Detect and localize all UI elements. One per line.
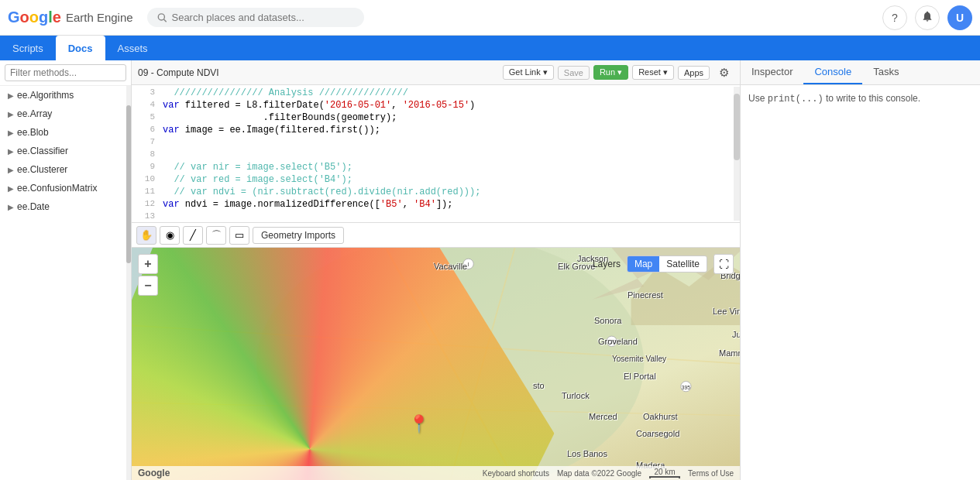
code-line: 4var filtered = L8.filterDate('2016-05-0… xyxy=(132,99,734,111)
svg-text:I: I xyxy=(468,262,469,267)
code-line: 11 // var ndvi = (nir.subtract(red).divi… xyxy=(132,186,734,198)
svg-line-1 xyxy=(163,19,166,22)
label-yosemite: Yosemite Valley xyxy=(612,355,666,363)
label-mammothlakes: Mammoth Lakes xyxy=(719,348,740,358)
header-actions: ? U xyxy=(882,5,972,30)
right-panel-tabs: Inspector Console Tasks xyxy=(741,60,980,85)
code-line: 13 xyxy=(132,211,734,221)
sidebar-filter-area xyxy=(0,60,131,86)
main-tab-bar: Scripts Docs Assets xyxy=(0,36,980,60)
help-button[interactable]: ? xyxy=(882,5,907,30)
tab-assets[interactable]: Assets xyxy=(105,36,160,60)
code-editor-content[interactable]: 3 //////////////// Analysis ////////////… xyxy=(132,85,740,222)
label-sonora: Sonora xyxy=(594,316,621,325)
label-losbanos: Los Banos xyxy=(567,449,607,458)
tab-scripts[interactable]: Scripts xyxy=(0,36,56,60)
zoom-in-button[interactable]: + xyxy=(138,254,158,274)
code-line: 6var image = ee.Image(filtered.first()); xyxy=(132,124,734,136)
center-column: 09 - Compute NDVI Get Link ▾ Save Run ▾ … xyxy=(132,60,740,480)
earth-engine-label: Earth Engine xyxy=(66,11,133,24)
sidebar-item-algorithms[interactable]: ▶ ee.Algorithms xyxy=(0,86,131,105)
sidebar: ▶ ee.Algorithms ▶ ee.Array ▶ ee.Blob ▶ e… xyxy=(0,60,132,480)
code-line: 9 // var nir = image.select('B5'); xyxy=(132,161,734,173)
sidebar-item-clusterer[interactable]: ▶ ee.Clusterer xyxy=(0,160,131,179)
label-merced: Merced xyxy=(589,412,617,421)
label-elportal: El Portal xyxy=(624,372,656,381)
code-line: 7 xyxy=(132,136,734,149)
fullscreen-button[interactable]: ⛶ xyxy=(714,254,734,274)
header: Google Earth Engine ? U xyxy=(0,0,980,36)
map-type-controls: Layers Map Satellite ⛶ xyxy=(593,254,734,274)
sidebar-vscrollbar-thumb xyxy=(126,105,131,263)
editor-title: 09 - Compute NDVI xyxy=(138,67,499,78)
search-icon xyxy=(156,12,167,23)
polyline-tool-button[interactable]: ⌒ xyxy=(206,226,226,245)
map-terrain-svg: I 395 120 xyxy=(132,248,740,480)
sidebar-item-confusionmatrix[interactable]: ▶ ee.ConfusionMatrix xyxy=(0,179,131,197)
code-line: 8 xyxy=(132,149,734,161)
notifications-button[interactable] xyxy=(915,5,940,30)
label-junelake: June Lake xyxy=(732,330,740,339)
svg-text:395: 395 xyxy=(682,385,690,390)
code-line: 10 // var red = image.select('B4'); xyxy=(132,173,734,186)
filter-methods-input[interactable] xyxy=(5,64,126,81)
bell-icon xyxy=(921,10,934,22)
user-avatar[interactable]: U xyxy=(947,5,972,30)
map-section: ✋ ◉ ╱ ⌒ ▭ Geometry Imports xyxy=(132,223,740,480)
label-groveland: Groveland xyxy=(598,337,638,346)
search-bar xyxy=(147,8,364,27)
editor-toolbar: 09 - Compute NDVI Get Link ▾ Save Run ▾ … xyxy=(132,60,740,85)
reset-button[interactable]: Reset ▾ xyxy=(632,65,674,80)
code-line: 5 .filterBounds(geometry); xyxy=(132,111,734,124)
map-canvas[interactable]: I 395 120 📍 Vacaville Elk Grove Jackson xyxy=(132,248,740,480)
sidebar-item-blob[interactable]: ▶ ee.Blob xyxy=(0,123,131,142)
search-input[interactable] xyxy=(171,12,354,23)
code-line: 3 //////////////// Analysis ////////////… xyxy=(132,87,734,99)
editor-vscrollbar[interactable] xyxy=(734,87,740,221)
right-panel: Inspector Console Tasks Use print(...) t… xyxy=(740,60,980,480)
hand-tool-button[interactable]: ✋ xyxy=(136,226,156,245)
zoom-out-button[interactable]: − xyxy=(138,276,158,296)
save-button[interactable]: Save xyxy=(558,66,590,80)
polygon-tool-button[interactable]: ▭ xyxy=(229,226,249,245)
label-sto: sto xyxy=(533,381,545,390)
label-leevining: Lee Vining xyxy=(713,307,740,316)
keyboard-shortcuts-link[interactable]: Keyboard shortcuts xyxy=(483,469,549,478)
scale-indicator: 20 km xyxy=(649,468,680,478)
layers-label: Layers xyxy=(593,259,621,269)
sidebar-vscrollbar-track xyxy=(126,86,131,480)
body-area: ▶ ee.Algorithms ▶ ee.Array ▶ ee.Blob ▶ e… xyxy=(0,60,980,480)
get-link-button[interactable]: Get Link ▾ xyxy=(503,65,554,80)
tab-inspector[interactable]: Inspector xyxy=(741,60,803,84)
sidebar-item-classifier[interactable]: ▶ ee.Classifier xyxy=(0,142,131,160)
console-content: Use print(...) to write to this console. xyxy=(741,85,980,480)
zoom-controls: + − xyxy=(138,254,158,296)
tab-console[interactable]: Console xyxy=(803,60,862,84)
google-branding: Google xyxy=(138,468,170,478)
label-pinecrest: Pinecrest xyxy=(628,290,663,300)
sidebar-item-array[interactable]: ▶ ee.Array xyxy=(0,105,131,123)
geometry-toolbar: ✋ ◉ ╱ ⌒ ▭ Geometry Imports xyxy=(132,223,740,248)
map-type-toggle: Map Satellite xyxy=(627,255,707,273)
tab-tasks[interactable]: Tasks xyxy=(862,60,910,84)
code-editor-panel: 09 - Compute NDVI Get Link ▾ Save Run ▾ … xyxy=(132,60,740,223)
map-data-copy: Map data ©2022 Google xyxy=(557,469,641,478)
map-type-map-button[interactable]: Map xyxy=(628,256,659,272)
terms-link[interactable]: Terms of Use xyxy=(688,469,734,478)
code-lines: 3 //////////////// Analysis ////////////… xyxy=(132,87,734,221)
map-type-satellite-button[interactable]: Satellite xyxy=(659,256,707,272)
console-hint-text: Use print(...) to write to this console. xyxy=(748,93,920,104)
map-bottom-bar: Google Keyboard shortcuts Map data ©2022… xyxy=(132,466,740,480)
svg-point-0 xyxy=(158,14,164,20)
tab-docs[interactable]: Docs xyxy=(56,36,105,60)
settings-gear-button[interactable]: ⚙ xyxy=(714,63,734,83)
sidebar-item-date[interactable]: ▶ ee.Date xyxy=(0,197,131,216)
run-button[interactable]: Run ▾ xyxy=(593,65,628,80)
logo: Google Earth Engine xyxy=(8,9,133,26)
line-tool-button[interactable]: ╱ xyxy=(183,226,203,245)
geometry-imports-button[interactable]: Geometry Imports xyxy=(253,227,344,244)
label-turlock: Turlock xyxy=(562,391,590,400)
apps-button[interactable]: Apps xyxy=(678,66,710,80)
sidebar-list-container: ▶ ee.Algorithms ▶ ee.Array ▶ ee.Blob ▶ e… xyxy=(0,86,131,480)
point-tool-button[interactable]: ◉ xyxy=(160,226,180,245)
